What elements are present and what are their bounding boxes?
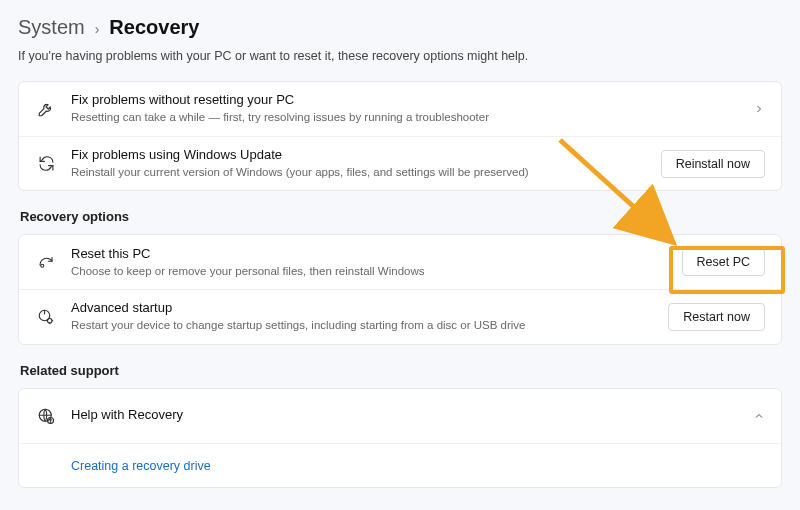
fix-problems-row[interactable]: Fix problems without resetting your PC R… [19, 82, 781, 136]
fix-problems-title: Fix problems without resetting your PC [71, 92, 739, 109]
reset-pc-title: Reset this PC [71, 246, 668, 263]
windows-update-row: Fix problems using Windows Update Reinst… [19, 136, 781, 190]
related-support-label: Related support [20, 363, 782, 378]
create-recovery-drive-link[interactable]: Creating a recovery drive [71, 459, 211, 473]
support-link-row: Creating a recovery drive [19, 443, 781, 487]
svg-point-6 [50, 422, 51, 423]
breadcrumb: System › Recovery [18, 16, 782, 39]
advanced-startup-desc: Restart your device to change startup se… [71, 318, 654, 334]
windows-update-desc: Reinstall your current version of Window… [71, 165, 647, 181]
recovery-cards: Reset this PC Choose to keep or remove y… [18, 234, 782, 344]
help-recovery-row[interactable]: Help with Recovery [19, 389, 781, 443]
chevron-up-icon [753, 410, 765, 422]
reinstall-now-button[interactable]: Reinstall now [661, 150, 765, 178]
chevron-right-icon: › [95, 21, 100, 37]
support-cards: Help with Recovery Creating a recovery d… [18, 388, 782, 488]
reset-pc-desc: Choose to keep or remove your personal f… [71, 264, 668, 280]
recovery-options-label: Recovery options [20, 209, 782, 224]
fix-problems-desc: Resetting can take a while — first, try … [71, 110, 739, 126]
restart-now-button[interactable]: Restart now [668, 303, 765, 331]
help-cards: Fix problems without resetting your PC R… [18, 81, 782, 191]
wrench-icon [35, 100, 57, 118]
reset-icon [35, 253, 57, 271]
globe-help-icon [35, 407, 57, 425]
page-title: Recovery [109, 16, 199, 39]
sync-icon [35, 155, 57, 172]
advanced-startup-row: Advanced startup Restart your device to … [19, 289, 781, 343]
advanced-startup-title: Advanced startup [71, 300, 654, 317]
power-gear-icon [35, 308, 57, 326]
svg-point-0 [41, 265, 44, 268]
page-subheading: If you're having problems with your PC o… [18, 49, 782, 63]
reset-pc-row: Reset this PC Choose to keep or remove y… [19, 235, 781, 289]
svg-point-3 [48, 319, 53, 324]
reset-pc-button[interactable]: Reset PC [682, 248, 766, 276]
windows-update-title: Fix problems using Windows Update [71, 147, 647, 164]
help-recovery-title: Help with Recovery [71, 407, 739, 424]
chevron-right-icon [753, 103, 765, 115]
breadcrumb-parent[interactable]: System [18, 16, 85, 39]
